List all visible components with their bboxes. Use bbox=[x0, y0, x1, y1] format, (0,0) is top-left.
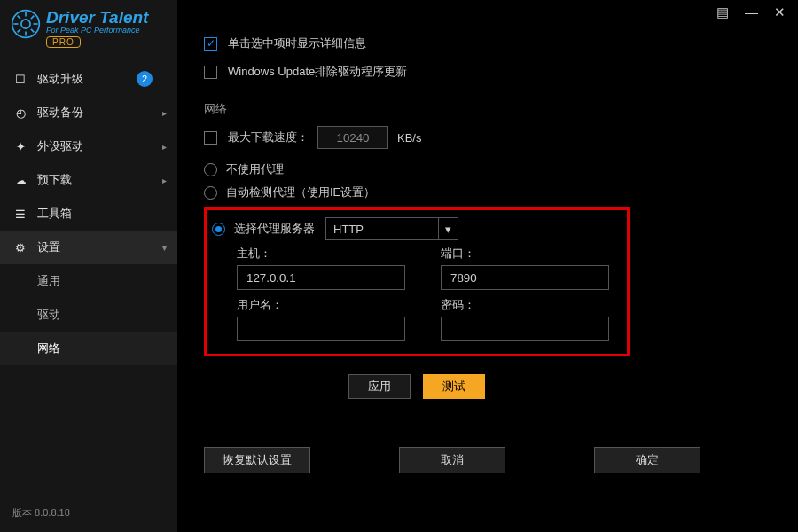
pro-badge: PRO bbox=[46, 36, 81, 48]
chevron-right-icon: ▸ bbox=[162, 142, 167, 152]
test-button[interactable]: 测试 bbox=[423, 374, 485, 399]
chevron-down-icon: ▾ bbox=[438, 218, 458, 239]
toolbox-icon: ☰ bbox=[12, 207, 28, 221]
nav-label: 外设驱动 bbox=[37, 138, 83, 154]
chevron-down-icon: ▾ bbox=[162, 243, 167, 253]
nav: ☐ 驱动升级 2 ◴ 驱动备份 ▸ ✦ 外设驱动 ▸ ☁ 预下载 ▸ ☰ 工具箱 bbox=[0, 62, 177, 497]
svg-point-1 bbox=[21, 20, 30, 28]
label-password: 密码： bbox=[441, 297, 609, 313]
badge-count: 2 bbox=[137, 71, 153, 87]
chevron-right-icon: ▸ bbox=[162, 176, 167, 185]
subnav-driver[interactable]: 驱动 bbox=[0, 298, 177, 332]
radio-no-proxy[interactable] bbox=[204, 163, 217, 176]
gear-icon: ⚙ bbox=[12, 241, 28, 254]
label-show-details: 单击选中项时显示详细信息 bbox=[228, 35, 366, 51]
svg-line-8 bbox=[31, 16, 34, 19]
radio-select-proxy[interactable] bbox=[212, 223, 225, 236]
label-port: 端口： bbox=[441, 246, 609, 262]
apply-button[interactable]: 应用 bbox=[348, 374, 411, 399]
app-subtitle: For Peak PC Performance bbox=[46, 26, 140, 35]
unit-kbps: KB/s bbox=[397, 131, 421, 145]
label-host: 主机： bbox=[237, 246, 405, 262]
menu-icon[interactable]: ▤ bbox=[716, 5, 729, 23]
gear-logo-icon bbox=[11, 9, 41, 39]
chevron-right-icon: ▸ bbox=[162, 108, 167, 118]
nav-label: 驱动升级 bbox=[37, 71, 83, 87]
select-protocol[interactable]: HTTP ▾ bbox=[325, 217, 458, 240]
checkbox-show-details[interactable] bbox=[204, 37, 217, 51]
sidebar: Driver Talent For Peak PC Performance PR… bbox=[0, 0, 177, 532]
svg-line-7 bbox=[31, 29, 34, 32]
subnav-network[interactable]: 网络 bbox=[0, 332, 177, 365]
usb-icon: ✦ bbox=[12, 140, 28, 153]
app-title: Driver Talent bbox=[46, 9, 148, 26]
nav-predownload[interactable]: ☁ 预下载 ▸ bbox=[0, 163, 177, 197]
label-no-proxy: 不使用代理 bbox=[226, 161, 284, 177]
input-host[interactable] bbox=[237, 265, 405, 290]
minimize-icon[interactable]: — bbox=[745, 5, 758, 23]
input-port[interactable] bbox=[441, 265, 609, 290]
ok-button[interactable]: 确定 bbox=[594, 447, 700, 473]
label-exclude-wu: Windows Update排除驱动程序更新 bbox=[228, 64, 407, 80]
checkbox-exclude-wu[interactable] bbox=[204, 66, 217, 79]
input-username[interactable] bbox=[237, 317, 405, 341]
subnav-general[interactable]: 通用 bbox=[0, 264, 177, 298]
section-network-title: 网络 bbox=[204, 101, 771, 117]
label-auto-proxy: 自动检测代理（使用IE设置） bbox=[226, 184, 375, 200]
restore-defaults-button[interactable]: 恢复默认设置 bbox=[204, 447, 310, 473]
nav-backup[interactable]: ◴ 驱动备份 ▸ bbox=[0, 96, 177, 129]
nav-label: 设置 bbox=[37, 239, 60, 255]
input-max-dl[interactable] bbox=[317, 126, 388, 149]
proxy-highlight-box: 选择代理服务器 HTTP ▾ 主机： 端口： 用户名： bbox=[204, 207, 630, 356]
cloud-icon: ☁ bbox=[12, 174, 28, 187]
version-label: 版本 8.0.8.18 bbox=[0, 497, 177, 532]
nav-upgrade[interactable]: ☐ 驱动升级 2 bbox=[0, 62, 177, 96]
label-username: 用户名： bbox=[237, 297, 405, 313]
checkbox-max-dl[interactable] bbox=[204, 131, 217, 145]
main-panel: 单击选中项时显示详细信息 Windows Update排除驱动程序更新 网络 最… bbox=[177, 0, 798, 532]
nav-label: 预下载 bbox=[37, 172, 72, 188]
monitor-icon: ☐ bbox=[12, 73, 28, 86]
label-max-dl: 最大下载速度： bbox=[228, 129, 309, 145]
cancel-button[interactable]: 取消 bbox=[399, 447, 505, 473]
svg-line-9 bbox=[18, 29, 20, 32]
nav-label: 工具箱 bbox=[37, 206, 72, 222]
nav-peripheral[interactable]: ✦ 外设驱动 ▸ bbox=[0, 129, 177, 163]
clock-icon: ◴ bbox=[12, 106, 28, 120]
input-password[interactable] bbox=[441, 317, 609, 341]
svg-line-6 bbox=[18, 16, 20, 19]
close-icon[interactable]: ✕ bbox=[774, 5, 786, 23]
logo: Driver Talent For Peak PC Performance PR… bbox=[0, 0, 177, 62]
select-protocol-value: HTTP bbox=[333, 223, 364, 236]
label-select-proxy: 选择代理服务器 bbox=[234, 221, 315, 237]
nav-label: 驱动备份 bbox=[37, 105, 83, 121]
nav-toolbox[interactable]: ☰ 工具箱 bbox=[0, 197, 177, 231]
nav-settings[interactable]: ⚙ 设置 ▾ bbox=[0, 231, 177, 264]
radio-auto-proxy[interactable] bbox=[204, 186, 217, 200]
